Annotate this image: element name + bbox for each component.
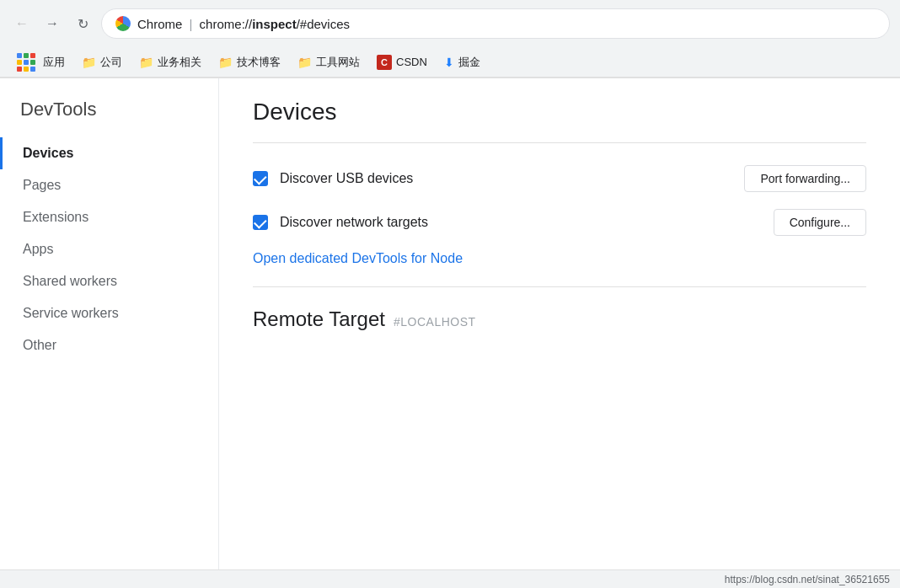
- network-option-left: Discover network targets: [253, 215, 428, 230]
- bookmark-tech-blog[interactable]: 📁 技术博客: [212, 51, 287, 73]
- sidebar-item-label: Service workers: [23, 306, 119, 321]
- usb-option-row: Discover USB devices Port forwarding...: [253, 157, 866, 200]
- network-checkbox[interactable]: [253, 215, 268, 230]
- chrome-security-icon: [115, 16, 131, 31]
- browser-chrome: ← → ↻ Chrome | chrome://inspect/#devices…: [0, 0, 900, 78]
- usb-option-left: Discover USB devices: [253, 171, 413, 186]
- sidebar-item-service-workers[interactable]: Service workers: [0, 297, 218, 329]
- juejin-icon: ⬇: [444, 56, 454, 69]
- status-url: https://blog.csdn.net/sinat_36521655: [725, 574, 890, 585]
- sidebar-item-devices[interactable]: Devices: [0, 137, 218, 169]
- reload-button[interactable]: ↻: [71, 12, 94, 35]
- sidebar-item-shared-workers[interactable]: Shared workers: [0, 265, 218, 297]
- sidebar-item-apps[interactable]: Apps: [0, 233, 218, 265]
- back-button[interactable]: ←: [10, 12, 34, 35]
- bookmark-tools[interactable]: 📁 工具网站: [291, 51, 367, 73]
- bookmark-label: CSDN: [396, 56, 427, 68]
- bookmark-label: 公司: [100, 55, 122, 70]
- bookmark-company[interactable]: 📁 公司: [75, 51, 129, 73]
- bookmark-label: 技术博客: [237, 55, 281, 70]
- address-prefix: chrome://: [200, 17, 253, 31]
- bookmark-label: 掘金: [458, 55, 480, 70]
- remote-target-label: Remote Target: [253, 307, 385, 331]
- sidebar-title: DevTools: [0, 99, 218, 137]
- sidebar-item-other[interactable]: Other: [0, 329, 218, 361]
- address-separator: |: [190, 17, 196, 31]
- sidebar-item-label: Pages: [23, 178, 61, 193]
- apps-bookmark[interactable]: 应用: [10, 50, 72, 75]
- content-panel: Devices Discover USB devices Port forwar…: [219, 78, 900, 588]
- remote-target-section: Remote Target #LOCALHOST: [253, 307, 866, 331]
- sidebar-item-label: Shared workers: [23, 274, 117, 289]
- bookmark-csdn[interactable]: C CSDN: [370, 51, 434, 73]
- sidebar-item-extensions[interactable]: Extensions: [0, 201, 218, 233]
- folder-icon: 📁: [218, 56, 233, 69]
- status-bar: https://blog.csdn.net/sinat_36521655: [0, 569, 900, 588]
- bookmark-juejin[interactable]: ⬇ 掘金: [437, 51, 487, 73]
- network-option-row: Discover network targets Configure...: [253, 200, 866, 244]
- address-bold: inspect: [252, 17, 297, 31]
- bookmark-label: 业务相关: [158, 55, 201, 70]
- bookmarks-bar: 应用 📁 公司 📁 业务相关 📁 技术博客 📁 工具网站 C CSDN ⬇ 掘金: [0, 47, 900, 78]
- bookmark-label: 工具网站: [316, 55, 360, 70]
- sidebar-item-label: Devices: [23, 146, 74, 161]
- sidebar-item-label: Apps: [23, 242, 53, 257]
- folder-icon: 📁: [82, 56, 96, 69]
- localhost-badge: #LOCALHOST: [394, 315, 476, 329]
- port-forwarding-button[interactable]: Port forwarding...: [744, 165, 866, 192]
- sidebar: DevTools Devices Pages Extensions Apps S…: [0, 78, 219, 588]
- address-bar[interactable]: Chrome | chrome://inspect/#devices: [101, 8, 890, 39]
- apps-label: 应用: [43, 55, 65, 70]
- middle-divider: [253, 286, 866, 287]
- panel-title: Devices: [253, 99, 866, 126]
- apps-grid-icon: [17, 53, 35, 72]
- bookmark-business[interactable]: 📁 业务相关: [132, 51, 208, 73]
- sidebar-item-label: Other: [23, 338, 56, 353]
- address-text: Chrome | chrome://inspect/#devices: [137, 17, 350, 31]
- csdn-icon: C: [377, 55, 392, 70]
- node-devtools-link[interactable]: Open dedicated DevTools for Node: [253, 244, 463, 273]
- usb-checkbox[interactable]: [253, 171, 268, 186]
- main-content: DevTools Devices Pages Extensions Apps S…: [0, 78, 900, 588]
- nav-bar: ← → ↻ Chrome | chrome://inspect/#devices: [0, 0, 900, 47]
- remote-target-title: Remote Target #LOCALHOST: [253, 307, 866, 331]
- network-label: Discover network targets: [280, 215, 428, 230]
- address-app-name: Chrome: [137, 17, 182, 31]
- usb-label: Discover USB devices: [280, 171, 413, 186]
- address-suffix: /#devices: [297, 17, 350, 31]
- folder-icon: 📁: [297, 56, 312, 69]
- top-divider: [253, 142, 866, 143]
- sidebar-item-label: Extensions: [23, 210, 88, 225]
- configure-button[interactable]: Configure...: [774, 209, 866, 236]
- folder-icon: 📁: [139, 56, 153, 69]
- sidebar-item-pages[interactable]: Pages: [0, 169, 218, 201]
- forward-button[interactable]: →: [40, 12, 64, 35]
